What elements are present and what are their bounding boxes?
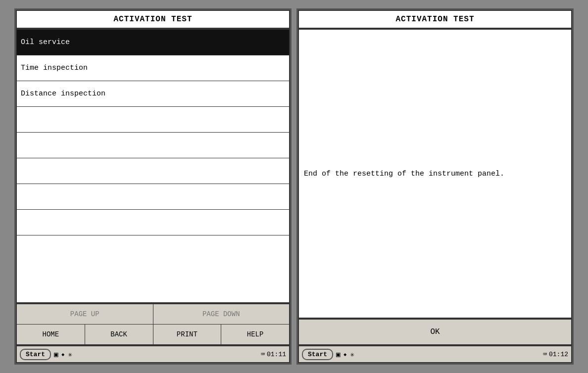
list-item-time[interactable]: Time inspection [17,55,289,81]
nav-area: PAGE UP PAGE DOWN HOME BACK PRINT HELP [16,303,290,345]
right-keyboard-icon: ⌨ [543,350,547,358]
left-time: 01:11 [267,351,286,358]
help-button[interactable]: HELP [221,325,289,344]
page-up-button[interactable]: PAGE UP [17,304,153,324]
left-screen: ACTIVATION TEST Oil service Time inspect… [14,8,292,365]
ok-button[interactable]: OK [298,319,572,345]
right-time: 01:12 [549,351,568,358]
keyboard-icon: ⌨ [261,350,265,358]
left-screen-title: ACTIVATION TEST [16,10,290,29]
right-window-icon: ▣ [336,350,340,359]
list-item-5 [17,133,289,158]
right-brightness-icon: ✳ [350,350,354,359]
list-container: Oil service Time inspection Distance ins… [16,29,290,303]
right-cursor-icon: ⬥ [343,350,347,358]
page-down-button[interactable]: PAGE DOWN [153,304,290,324]
right-start-button[interactable]: Start [302,349,333,360]
right-taskbar: Start ▣ ⬥ ✳ ⌨ 01:12 [298,345,572,363]
right-screen-title: ACTIVATION TEST [298,10,572,29]
list-item-distance[interactable]: Distance inspection [17,81,289,107]
action-nav-row: HOME BACK PRINT HELP [17,325,289,344]
back-button[interactable]: BACK [85,325,153,344]
page-nav-row: PAGE UP PAGE DOWN [17,304,289,325]
list-item-7 [17,184,289,210]
right-screen: ACTIVATION TEST End of the resetting of … [296,8,574,365]
brightness-icon: ✳ [68,350,72,359]
message-area: End of the resetting of the instrument p… [298,29,572,319]
cursor-icon: ⬥ [61,350,65,358]
list-item-6 [17,158,289,184]
left-start-button[interactable]: Start [20,349,51,360]
left-taskbar-time: ⌨ 01:11 [261,350,286,358]
list-item-8 [17,210,289,235]
home-button[interactable]: HOME [17,325,85,344]
message-text: End of the resetting of the instrument p… [304,170,566,178]
window-icon: ▣ [54,350,58,359]
left-taskbar: Start ▣ ⬥ ✳ ⌨ 01:11 [16,345,290,363]
list-item-oil[interactable]: Oil service [17,30,289,55]
print-button[interactable]: PRINT [153,325,222,344]
right-taskbar-time: ⌨ 01:12 [543,350,568,358]
list-item-4 [17,107,289,133]
